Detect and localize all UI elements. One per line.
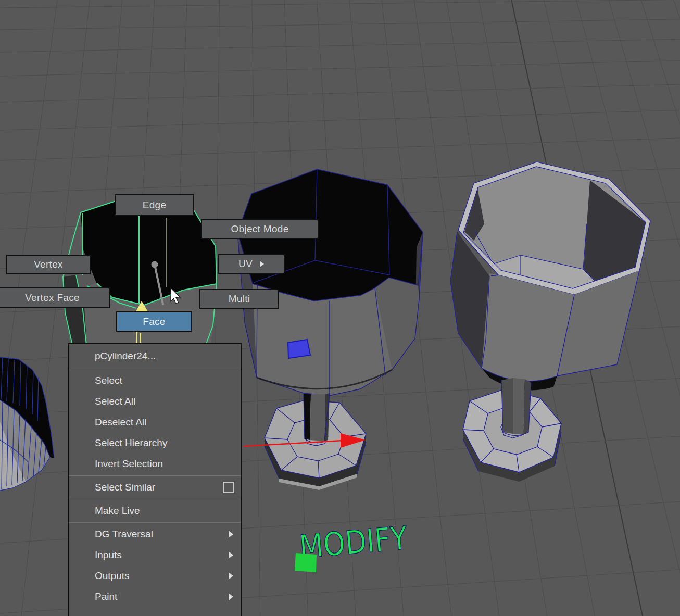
menu-item-make-live[interactable]: Make Live — [69, 500, 241, 521]
menu-item-deselect-all[interactable]: Deselect All — [69, 412, 241, 433]
menu-item-inputs[interactable]: Inputs — [69, 545, 241, 565]
menu-separator — [69, 475, 241, 476]
marking-menu-item-vertex-face[interactable]: Vertex Face — [0, 287, 110, 308]
marking-menu-item-face-selected[interactable]: Face — [116, 311, 192, 332]
green-square-marker — [295, 553, 317, 572]
selected-face-highlight[interactable] — [288, 340, 310, 358]
marking-menu-label: Object Mode — [231, 223, 288, 235]
option-box-icon[interactable] — [223, 482, 234, 493]
object-name-header: pCylinder24... — [95, 350, 156, 362]
marking-menu-item-uv[interactable]: UV — [218, 254, 285, 274]
menu-item-outputs[interactable]: Outputs — [69, 565, 241, 586]
marking-menu-label: UV — [238, 258, 253, 270]
menu-item-invert-selection[interactable]: Invert Selection — [69, 454, 241, 474]
marking-menu-label: Vertex Face — [25, 292, 80, 304]
marking-menu-label: Face — [143, 316, 165, 328]
maya-viewport: MODIFY Edge Object Mode Vertex UV Vertex… — [0, 0, 680, 616]
menu-separator — [69, 369, 241, 369]
marking-menu-label: Multi — [229, 293, 250, 305]
menu-item-select-hierarchy[interactable]: Select Hierarchy — [69, 433, 241, 454]
menu-item-select[interactable]: Select — [69, 370, 241, 391]
submenu-arrow-icon — [229, 531, 233, 538]
submenu-arrow-icon — [229, 593, 233, 600]
marking-menu-item-multi[interactable]: Multi — [199, 289, 279, 309]
submenu-arrow-icon — [229, 551, 233, 559]
menu-item-dg-traversal[interactable]: DG Traversal — [69, 524, 241, 545]
submenu-arrow-icon — [260, 261, 264, 267]
submenu-arrow-icon — [229, 572, 233, 580]
marking-menu-item-object-mode[interactable]: Object Mode — [201, 219, 319, 239]
context-menu-header: pCylinder24... — [69, 344, 241, 368]
menu-item-select-all[interactable]: Select All — [69, 391, 241, 412]
marking-menu-item-edge[interactable]: Edge — [115, 194, 194, 216]
menu-item-select-similar[interactable]: Select Similar — [69, 477, 241, 498]
menu-separator — [69, 499, 241, 499]
marking-menu-item-vertex[interactable]: Vertex — [6, 255, 91, 274]
menu-item-paint[interactable]: Paint — [69, 586, 241, 607]
marking-menu-label: Edge — [143, 199, 167, 211]
menu-separator — [69, 522, 241, 523]
marking-menu-label: Vertex — [34, 259, 63, 270]
context-menu: pCylinder24... Select Select All Deselec… — [68, 343, 242, 616]
